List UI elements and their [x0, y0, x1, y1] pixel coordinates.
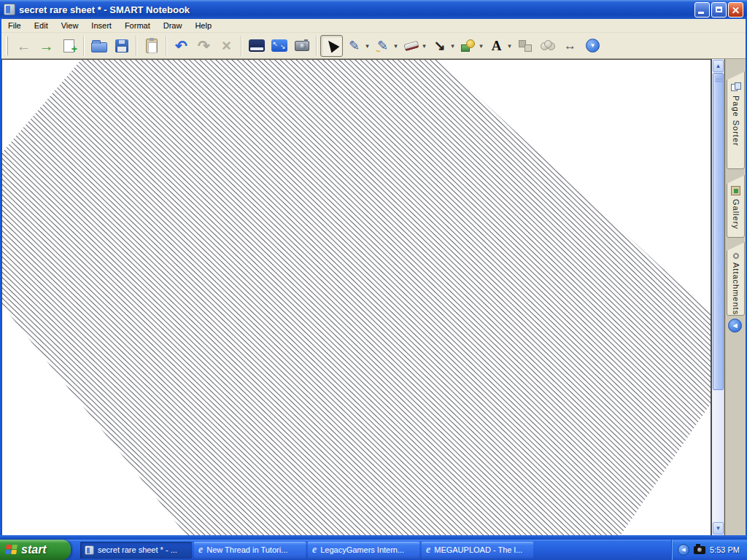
windows-flag-icon [5, 545, 18, 555]
taskbar-item-megaupload[interactable]: e MEGAUPLOAD - The l... [422, 542, 533, 559]
internet-explorer-icon: e [312, 545, 317, 555]
toolbar-separator [241, 36, 242, 56]
eraser-icon [403, 40, 419, 51]
workarea: ▲ ▼ Page Sorter Gallery Attachments ◀ [0, 59, 747, 535]
menubar: File Edit View Insert Format Draw Help [1, 19, 746, 33]
sidebar-tabstrip: Page Sorter Gallery Attachments ◀ [725, 59, 746, 535]
save-button[interactable] [110, 35, 133, 57]
clock: 5:53 PM [710, 545, 740, 554]
window-border-left [0, 19, 1, 540]
taskbar-item-new-thread[interactable]: e New Thread in Tutori... [194, 542, 306, 559]
redo-icon: ↷ [198, 39, 210, 53]
toolbar-separator [83, 36, 85, 56]
sidebar-collapse-button[interactable]: ◀ [728, 319, 742, 332]
line-icon: ↘ [434, 39, 446, 52]
add-page-button[interactable]: + [58, 35, 80, 57]
open-button[interactable] [88, 35, 110, 57]
taskbar: start secret rare sheet * - ... e New Th… [0, 540, 747, 560]
minimize-button[interactable] [694, 2, 710, 18]
open-folder-icon [91, 42, 107, 52]
text-tool-icon: A [492, 39, 502, 52]
add-page-icon: + [63, 39, 74, 52]
properties-button[interactable] [514, 35, 536, 57]
system-tray: ◀ 5:53 PM [671, 540, 747, 560]
select-tool-button[interactable] [320, 35, 343, 57]
undo-icon: ↶ [175, 39, 187, 53]
menu-draw[interactable]: Draw [157, 20, 189, 31]
screen-capture-button[interactable] [290, 35, 313, 57]
taskbar-item-legacygamers[interactable]: e LegacyGamers Intern... [308, 542, 419, 559]
desktop: secret rare sheet * - SMART Notebook Fil… [0, 0, 747, 560]
toolbar-separator [136, 36, 137, 56]
transparency-icon [541, 40, 555, 52]
line-tool-button[interactable]: ↘ [428, 35, 451, 57]
redo-button[interactable]: ↷ [193, 35, 215, 57]
paperclip-icon [732, 252, 740, 260]
dock-down-icon: ▼ [586, 39, 600, 52]
move-toolbar-button[interactable]: ↔ [559, 35, 581, 57]
menu-format[interactable]: Format [118, 20, 157, 31]
shapes-tool-button[interactable] [457, 35, 479, 57]
tab-page-sorter[interactable]: Page Sorter [727, 70, 745, 169]
internet-explorer-icon: e [198, 545, 203, 555]
next-page-icon: → [39, 39, 54, 53]
window-controls [694, 2, 743, 18]
toolbar-separator [166, 36, 167, 56]
tray-camera-icon[interactable] [694, 546, 705, 554]
transparency-button[interactable] [536, 35, 559, 57]
pen-icon: ✎ [349, 39, 360, 52]
internet-explorer-icon: e [426, 545, 430, 555]
close-button[interactable] [728, 2, 743, 18]
gallery-icon [731, 186, 740, 195]
previous-page-button[interactable]: ← [12, 35, 35, 57]
paste-clipboard-icon [146, 39, 158, 53]
hatched-diamond-object[interactable] [2, 60, 711, 535]
dock-toolbar-button[interactable]: ▼ [581, 35, 604, 57]
vertical-scrollbar[interactable]: ▲ ▼ [711, 59, 724, 535]
toolbar-handle[interactable] [6, 36, 8, 55]
previous-page-icon: ← [17, 39, 31, 53]
delete-button[interactable]: × [215, 35, 238, 57]
chevron-left-icon: ◀ [681, 547, 685, 553]
smart-notebook-app-icon [4, 4, 15, 15]
toolbar-separator [316, 36, 317, 56]
restore-button[interactable] [711, 2, 727, 18]
properties-icon [519, 40, 532, 52]
move-toolbar-icon: ↔ [564, 39, 576, 52]
chevron-left-icon: ◀ [732, 322, 737, 329]
screen-shade-button[interactable] [245, 35, 268, 57]
text-tool-button[interactable]: A [485, 35, 508, 57]
delete-icon: × [222, 38, 231, 54]
scroll-up-button[interactable]: ▲ [713, 60, 724, 72]
start-button[interactable]: start [0, 540, 71, 560]
menu-edit[interactable]: Edit [28, 20, 55, 31]
diagonal-hatch-shape[interactable] [2, 60, 711, 535]
screen-shade-icon [249, 39, 265, 52]
menu-insert[interactable]: Insert [85, 20, 118, 31]
paste-button[interactable] [140, 35, 163, 57]
titlebar[interactable]: secret rare sheet * - SMART Notebook [0, 0, 747, 19]
menu-file[interactable]: File [1, 20, 28, 31]
notebook-page-canvas[interactable] [1, 59, 711, 535]
taskbar-item-smart-notebook[interactable]: secret rare sheet * - ... [80, 542, 192, 559]
scroll-down-button[interactable]: ▼ [713, 522, 724, 534]
tab-gallery[interactable]: Gallery [727, 174, 745, 238]
undo-button[interactable]: ↶ [170, 35, 193, 57]
pen-tool-button[interactable]: ✎ [343, 35, 365, 57]
eraser-tool-button[interactable] [400, 35, 422, 57]
tray-show-hidden-button[interactable]: ◀ [678, 544, 689, 556]
tab-attachments[interactable]: Attachments [727, 241, 745, 316]
shapes-icon [460, 39, 476, 52]
camera-icon [295, 41, 309, 51]
scrollbar-thumb[interactable] [713, 73, 724, 390]
creative-pen-tool-button[interactable]: ✎~ [371, 35, 394, 57]
next-page-button[interactable]: → [35, 35, 58, 57]
page-sorter-icon [731, 82, 741, 92]
tab-attachments-label: Attachments [732, 262, 740, 315]
select-cursor-icon [324, 37, 339, 52]
menu-help[interactable]: Help [188, 20, 218, 31]
tab-gallery-label: Gallery [732, 199, 740, 230]
start-label: start [21, 543, 47, 556]
fullscreen-button[interactable]: ↖↘ [268, 35, 290, 57]
menu-view[interactable]: View [55, 20, 85, 31]
